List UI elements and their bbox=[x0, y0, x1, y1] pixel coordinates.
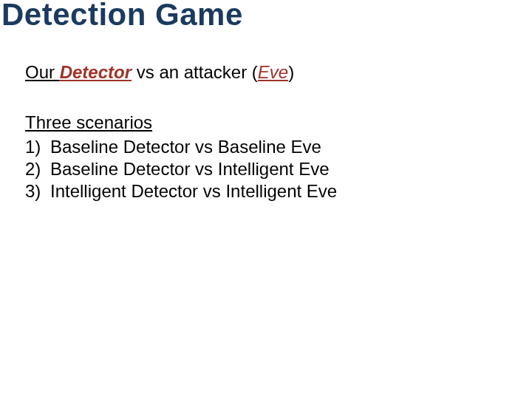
item-text: Intelligent Detector vs Intelligent Eve bbox=[50, 181, 337, 201]
subtitle-our: Our bbox=[25, 62, 60, 82]
item-number: 1) bbox=[25, 136, 50, 158]
item-text: Baseline Detector vs Baseline Eve bbox=[50, 137, 321, 157]
list-item: 3)Intelligent Detector vs Intelligent Ev… bbox=[25, 180, 337, 202]
subtitle-mid: vs an attacker ( bbox=[132, 62, 258, 82]
item-number: 3) bbox=[25, 180, 50, 202]
list-item: 2)Baseline Detector vs Intelligent Eve bbox=[25, 158, 337, 180]
item-text: Baseline Detector vs Intelligent Eve bbox=[50, 159, 330, 179]
slide: Detection Game Our Detector vs an attack… bbox=[0, 0, 532, 399]
slide-title: Detection Game bbox=[1, 0, 243, 33]
subtitle-line: Our Detector vs an attacker (Eve) bbox=[25, 62, 294, 83]
subtitle-detector: Detector bbox=[60, 62, 132, 82]
scenarios-heading: Three scenarios bbox=[25, 112, 152, 133]
item-number: 2) bbox=[25, 158, 50, 180]
subtitle-eve: Eve bbox=[258, 62, 288, 82]
subtitle-close: ) bbox=[288, 62, 294, 82]
scenarios-list: 1)Baseline Detector vs Baseline Eve 2)Ba… bbox=[25, 136, 337, 202]
list-item: 1)Baseline Detector vs Baseline Eve bbox=[25, 136, 337, 158]
